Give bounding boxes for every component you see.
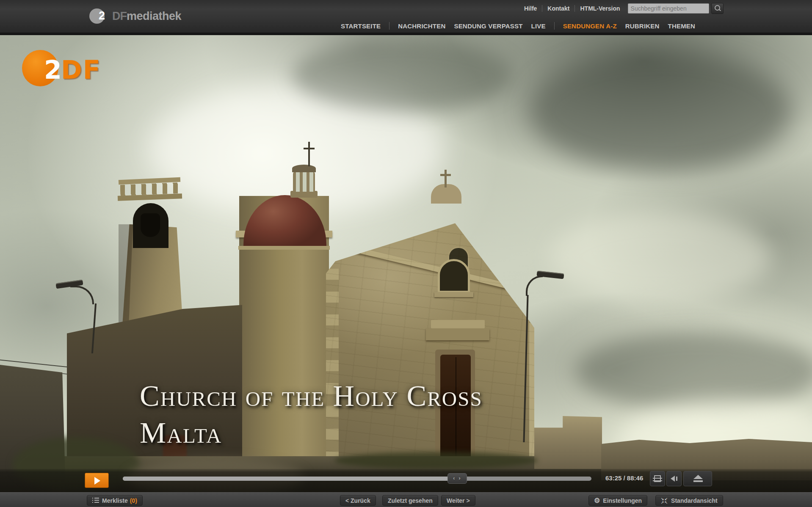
link-kontakt[interactable]: Kontakt bbox=[547, 5, 569, 12]
top-navigation-bar: 2 DF mediathek Hilfe Kontakt HTML-Versio… bbox=[0, 0, 812, 35]
cloud bbox=[292, 39, 512, 111]
nav-sendung-verpasst[interactable]: SENDUNG VERPASST bbox=[454, 22, 522, 30]
zdf-logo-circle-icon: 2 bbox=[89, 8, 105, 24]
recently-watched-button[interactable]: Zuletzt gesehen bbox=[382, 495, 438, 506]
divider bbox=[542, 5, 542, 12]
merkliste-label: Merkliste bbox=[102, 497, 128, 504]
play-icon bbox=[94, 477, 100, 485]
video-title-line2: Malta bbox=[140, 418, 222, 448]
settings-label: Einstellungen bbox=[603, 497, 642, 504]
search-button[interactable] bbox=[711, 3, 724, 14]
link-hilfe[interactable]: Hilfe bbox=[524, 5, 537, 12]
facade-cross bbox=[439, 170, 452, 187]
dome-cross bbox=[302, 142, 316, 166]
cloud bbox=[529, 52, 792, 171]
settings-button[interactable]: ⚙ Einstellungen bbox=[588, 495, 647, 506]
window-sill bbox=[434, 292, 473, 297]
standard-view-button[interactable]: ↘↙↗↖ Standardansicht bbox=[655, 495, 723, 506]
video-player-stage[interactable]: 2 DF Church of the Holy Cross Malta ‹ › … bbox=[0, 35, 812, 492]
logo-df: DF bbox=[112, 10, 127, 23]
watermark-two: 2 bbox=[44, 55, 62, 85]
zdfmediathek-logo[interactable]: 2 DF mediathek bbox=[89, 8, 181, 25]
nav-nachrichten[interactable]: NACHRICHTEN bbox=[398, 22, 445, 30]
nav-startseite[interactable]: STARTSEITE bbox=[341, 22, 381, 30]
watermark-df: DF bbox=[61, 55, 101, 85]
main-navigation: STARTSEITE NACHRICHTEN SENDUNG VERPASST … bbox=[341, 19, 695, 33]
divider bbox=[574, 5, 575, 12]
logo-two: 2 bbox=[99, 9, 105, 22]
eject-icon bbox=[693, 475, 703, 482]
back-button[interactable]: < Zurück bbox=[340, 495, 376, 506]
merkliste-count: (0) bbox=[130, 497, 137, 504]
seek-handle[interactable]: ‹ › bbox=[447, 473, 467, 484]
volume-icon bbox=[671, 476, 678, 482]
magnifier-icon bbox=[715, 5, 720, 11]
standard-label: Standardansicht bbox=[671, 497, 718, 504]
link-html-version[interactable]: HTML-Version bbox=[580, 5, 620, 12]
next-button[interactable]: Weiter > bbox=[441, 495, 475, 506]
bell bbox=[141, 213, 160, 237]
nav-sendungen-a-z[interactable]: SENDUNGEN A-Z bbox=[563, 22, 617, 30]
list-icon bbox=[92, 498, 99, 503]
dome-lantern bbox=[293, 171, 315, 192]
dome-lantern-base bbox=[290, 191, 318, 198]
search-input[interactable] bbox=[628, 3, 709, 14]
time-display: 63:25 / 88:46 bbox=[605, 474, 643, 482]
door-lintel bbox=[426, 328, 489, 340]
nav-live[interactable]: LIVE bbox=[531, 22, 546, 30]
scrub bbox=[334, 452, 538, 469]
eject-button[interactable] bbox=[683, 471, 712, 486]
facade-arched-window bbox=[438, 259, 470, 293]
seek-bar[interactable]: ‹ › bbox=[123, 477, 591, 481]
divider bbox=[554, 22, 555, 30]
fit-screen-button[interactable] bbox=[650, 471, 665, 486]
gear-icon: ⚙ bbox=[594, 497, 600, 504]
video-title-line1: Church of the Holy Cross bbox=[140, 381, 483, 411]
seek-bar-fill bbox=[123, 477, 457, 481]
volume-button[interactable] bbox=[666, 471, 682, 486]
play-button[interactable] bbox=[85, 473, 109, 488]
fit-screen-icon bbox=[654, 475, 661, 482]
logo-mediathek: mediathek bbox=[127, 10, 181, 23]
recent-label: Zuletzt gesehen bbox=[388, 497, 433, 504]
cloud bbox=[576, 331, 812, 412]
zdf-mediathek-window: 2 DF mediathek Hilfe Kontakt HTML-Versio… bbox=[0, 0, 812, 507]
nav-rubriken[interactable]: RUBRIKEN bbox=[625, 22, 660, 30]
nav-themen[interactable]: THEMEN bbox=[668, 22, 696, 30]
merkliste-button[interactable]: Merkliste (0) bbox=[87, 495, 143, 506]
zdf-watermark: 2 DF bbox=[22, 50, 115, 90]
cloud bbox=[550, 213, 771, 302]
back-label: < Zurück bbox=[345, 497, 370, 504]
utility-links: Hilfe Kontakt HTML-Version bbox=[524, 3, 724, 14]
next-label: Weiter > bbox=[447, 497, 470, 504]
door-lintel bbox=[431, 320, 485, 328]
divider bbox=[389, 22, 389, 30]
shrink-arrows-icon: ↘↙↗↖ bbox=[661, 497, 668, 504]
bottom-toolbar: Merkliste (0) < Zurück Zuletzt gesehen W… bbox=[0, 492, 812, 507]
search-area bbox=[628, 3, 724, 14]
